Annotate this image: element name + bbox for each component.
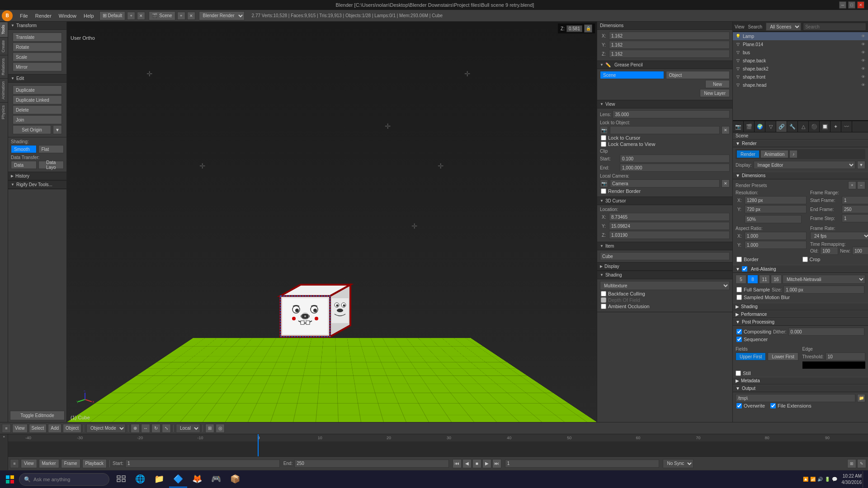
dimensions-render-header[interactable]: ▼ Dimensions bbox=[733, 172, 868, 179]
scene-add[interactable]: + bbox=[177, 12, 185, 20]
taskbar-clock[interactable]: 10:22 AM 4/30/2016 bbox=[842, 473, 862, 486]
tray-icon-1[interactable]: 🔼 bbox=[803, 477, 808, 482]
timeline-icon-2[interactable]: ✎ bbox=[857, 459, 866, 468]
close-button[interactable]: ✕ bbox=[857, 1, 864, 9]
scene-remove[interactable]: ✕ bbox=[187, 12, 195, 20]
join-button[interactable]: Join bbox=[13, 115, 62, 124]
shading-render-header[interactable]: ▶ Shading bbox=[733, 303, 868, 310]
remap-old-input[interactable] bbox=[820, 247, 838, 255]
fps-select[interactable]: 24 fps bbox=[810, 232, 868, 240]
lock-cursor-checkbox[interactable] bbox=[601, 135, 606, 141]
menu-help[interactable]: Help bbox=[80, 12, 98, 19]
gp-new-button[interactable]: New bbox=[705, 80, 730, 88]
viewport-3d[interactable]: ✛ ✛ ✛ ✛ ✛ ✛ User Ortho Z: 0.581 🔒 bbox=[67, 22, 597, 422]
timeline-marker-btn[interactable]: Marker bbox=[39, 459, 59, 468]
timeline-view-btn[interactable]: View bbox=[21, 459, 37, 468]
edge-color-swatch[interactable] bbox=[802, 361, 866, 369]
crop-checkbox[interactable] bbox=[802, 257, 808, 262]
aa-btn-16[interactable]: 16 bbox=[771, 275, 782, 284]
upper-first-button[interactable]: Upper First bbox=[736, 352, 766, 361]
aa-filter-select[interactable]: Mitchell-Netravali bbox=[783, 275, 865, 284]
grease-pencil-header[interactable]: ▼ ✏️ Grease Pencil bbox=[597, 61, 732, 69]
depth-of-field-checkbox[interactable] bbox=[601, 297, 606, 303]
plane014-eye[interactable]: 👁 bbox=[860, 42, 866, 47]
lock-obj-input[interactable] bbox=[610, 126, 720, 134]
dither-input[interactable] bbox=[788, 328, 864, 336]
aspect-x-input[interactable] bbox=[745, 232, 807, 240]
render-border-checkbox[interactable] bbox=[601, 188, 606, 194]
task-view-btn[interactable] bbox=[112, 471, 130, 488]
snap-btn[interactable]: ⊞ bbox=[205, 424, 214, 433]
transform-space-select[interactable]: Local bbox=[176, 424, 200, 433]
scene-selector[interactable]: 🎬 Scene bbox=[149, 11, 175, 20]
output-path-input[interactable] bbox=[736, 394, 855, 402]
render-audio-tab[interactable]: ♪ bbox=[789, 150, 797, 158]
aa-btn-5[interactable]: 5 bbox=[736, 275, 746, 284]
taskbar-app-ie[interactable]: 🌐 bbox=[131, 471, 149, 488]
add-menu-btn[interactable]: Add bbox=[48, 424, 61, 433]
threshold-input[interactable] bbox=[826, 352, 865, 361]
gp-new-layer-button[interactable]: New Layer bbox=[700, 89, 730, 97]
compositing-checkbox[interactable] bbox=[736, 329, 742, 334]
bus-eye[interactable]: 👁 bbox=[860, 50, 866, 55]
border-checkbox[interactable] bbox=[736, 257, 742, 262]
start-button[interactable] bbox=[2, 471, 18, 488]
res-y-input[interactable] bbox=[745, 205, 807, 213]
outliner-item-shapehead[interactable]: ▽ shape.head 👁 bbox=[733, 81, 868, 89]
prop-icon-constraints[interactable]: 🔗 bbox=[776, 121, 787, 132]
shapeback2-eye[interactable]: 👁 bbox=[860, 66, 866, 71]
timeline-end-input[interactable] bbox=[294, 460, 449, 468]
scale-tool-btn[interactable]: ⤡ bbox=[162, 424, 171, 433]
vtab-relations[interactable]: Relations bbox=[0, 55, 8, 78]
display-header[interactable]: ▶ Display bbox=[597, 263, 732, 271]
tray-battery[interactable]: 🔋 bbox=[825, 477, 830, 482]
flat-button[interactable]: Flat bbox=[38, 145, 64, 153]
render-tab-render[interactable]: Render bbox=[736, 150, 760, 158]
rotate-button[interactable]: Rotate bbox=[13, 42, 62, 52]
display-options[interactable]: ▼ bbox=[857, 161, 865, 169]
ambient-occlusion-checkbox[interactable] bbox=[601, 304, 606, 309]
full-sample-checkbox[interactable] bbox=[736, 287, 742, 292]
taskbar-search[interactable]: 🔍 Ask me anything bbox=[19, 473, 109, 486]
tray-action-center[interactable]: 💬 bbox=[832, 477, 837, 482]
lens-input[interactable] bbox=[613, 110, 730, 118]
lock-obj-icon[interactable]: 📷 bbox=[600, 126, 608, 134]
menu-file[interactable]: File bbox=[16, 12, 32, 19]
res-x-input[interactable] bbox=[745, 196, 807, 204]
sequencer-checkbox[interactable] bbox=[736, 337, 742, 342]
dim-z-input[interactable] bbox=[609, 50, 730, 58]
prop-icon-object[interactable]: ▽ bbox=[765, 121, 776, 132]
viewport-menu-btn[interactable]: ≡ bbox=[2, 424, 11, 433]
camera-clear[interactable]: ✕ bbox=[722, 179, 730, 188]
clip-start-input[interactable] bbox=[620, 155, 730, 163]
lock-camera-checkbox[interactable] bbox=[601, 141, 606, 147]
lower-first-button[interactable]: Lower First bbox=[768, 352, 798, 361]
workspace-remove[interactable]: ✕ bbox=[137, 12, 145, 20]
window-controls[interactable]: ─ □ ✕ bbox=[839, 1, 864, 9]
shading-dropdown[interactable]: Multitexture bbox=[600, 281, 730, 290]
data-button[interactable]: Data bbox=[11, 161, 37, 169]
delete-button[interactable]: Delete bbox=[13, 105, 62, 114]
jump-start-btn[interactable]: ⏮ bbox=[453, 459, 462, 468]
vtab-tools[interactable]: Tools bbox=[0, 22, 8, 37]
cursor-3d-header[interactable]: ▼ 3D Cursor bbox=[597, 197, 732, 205]
prop-icon-scene[interactable]: 🎬 bbox=[744, 121, 755, 132]
vtab-animation[interactable]: Animation bbox=[0, 78, 8, 102]
shading-prop-header[interactable]: ▼ Shading bbox=[597, 271, 732, 279]
tray-volume[interactable]: 🔊 bbox=[817, 477, 823, 482]
render-presets-add[interactable]: + bbox=[848, 181, 856, 189]
workspace-add[interactable]: + bbox=[127, 12, 135, 20]
dim-y-input[interactable] bbox=[609, 41, 730, 49]
menu-render[interactable]: Render bbox=[32, 12, 55, 19]
frame-step-input[interactable] bbox=[842, 214, 868, 222]
still-checkbox[interactable] bbox=[736, 371, 741, 376]
clip-end-input[interactable] bbox=[620, 164, 730, 172]
post-processing-header[interactable]: ▼ Post Processing bbox=[733, 318, 868, 326]
outliner-item-shapefront[interactable]: ▽ shape.front 👁 bbox=[733, 73, 868, 81]
timeline-menu[interactable]: ≡ bbox=[10, 459, 19, 468]
taskbar-app-dropbox[interactable]: 📦 bbox=[226, 471, 244, 488]
performance-header[interactable]: ▶ Performance bbox=[733, 310, 868, 318]
output-header[interactable]: ▼ Output bbox=[733, 385, 868, 392]
lock-obj-browse[interactable]: ✕ bbox=[722, 126, 730, 134]
z-value[interactable]: 0.581 bbox=[566, 25, 582, 32]
